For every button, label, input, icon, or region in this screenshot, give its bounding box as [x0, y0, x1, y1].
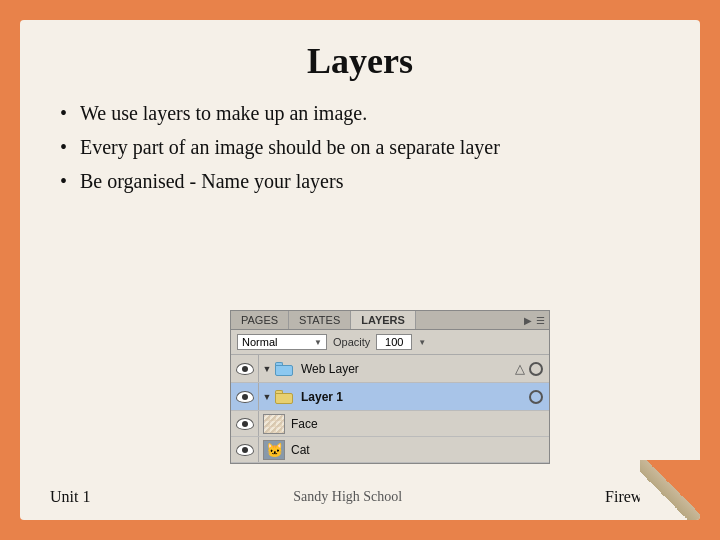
panel-toolbar: Normal ▼ Opacity 100 ▼: [231, 330, 549, 355]
panel-forward-icon: ▶: [524, 315, 532, 326]
opacity-value[interactable]: 100: [376, 334, 412, 350]
tab-states[interactable]: STATES: [289, 311, 351, 329]
folder-body: [275, 365, 293, 376]
bullet-3: Be organised - Name your layers: [60, 166, 670, 196]
eye-icon-2: [236, 391, 254, 403]
slide-content: We use layers to make up an image. Every…: [50, 98, 670, 196]
panel-tabs: PAGES STATES LAYERS ▶ ☰: [231, 311, 549, 330]
blend-mode-value: Normal: [242, 336, 277, 348]
web-layer-eye[interactable]: [231, 355, 259, 382]
cat-eye-icon: [236, 444, 254, 456]
web-folder-icon: [275, 362, 295, 376]
web-layer-right: △: [515, 361, 549, 376]
layer1-eye[interactable]: [231, 383, 259, 410]
face-eye[interactable]: [231, 411, 259, 436]
panel-menu-icon[interactable]: ☰: [536, 315, 545, 326]
folder-body-2: [275, 393, 293, 404]
web-layer-expand[interactable]: ▼: [259, 364, 275, 374]
blend-mode-arrow: ▼: [314, 338, 322, 347]
footer-center: Sandy High School: [293, 489, 402, 505]
layer1-row[interactable]: ▼ Layer 1: [231, 383, 549, 411]
circle-icon: [529, 362, 543, 376]
cat-sublayer-row[interactable]: 🐱 Cat: [231, 437, 549, 463]
share-icon: △: [515, 361, 525, 376]
tab-spacer: [416, 311, 520, 329]
slide-container: Layers We use layers to make up an image…: [20, 20, 700, 520]
circle-icon-2: [529, 390, 543, 404]
layer1-expand[interactable]: ▼: [259, 392, 275, 402]
eye-icon: [236, 363, 254, 375]
bullet-2: Every part of an image should be on a se…: [60, 132, 670, 162]
face-sublayer-row[interactable]: Face: [231, 411, 549, 437]
layers-panel: PAGES STATES LAYERS ▶ ☰ Normal ▼ Opacity…: [230, 310, 550, 464]
footer-right: Fireworks: [605, 488, 670, 506]
slide-footer: Unit 1 Sandy High School Fireworks: [50, 488, 670, 506]
face-eye-icon: [236, 418, 254, 430]
opacity-arrow: ▼: [418, 338, 426, 347]
layer1-folder-icon: [275, 390, 295, 404]
panel-tab-icons: ▶ ☰: [520, 311, 549, 329]
bullet-1: We use layers to make up an image.: [60, 98, 670, 128]
web-layer-row[interactable]: ▼ Web Layer △: [231, 355, 549, 383]
footer-left: Unit 1: [50, 488, 90, 506]
face-sublayer-name: Face: [291, 417, 318, 431]
layer1-name: Layer 1: [299, 390, 529, 404]
bullet-list: We use layers to make up an image. Every…: [50, 98, 670, 196]
slide-title: Layers: [50, 40, 670, 82]
tab-pages[interactable]: PAGES: [231, 311, 289, 329]
cat-thumbnail: 🐱: [263, 440, 285, 460]
face-thumbnail: [263, 414, 285, 434]
tab-layers[interactable]: LAYERS: [351, 311, 416, 329]
web-layer-name: Web Layer: [299, 362, 515, 376]
cat-eye[interactable]: [231, 437, 259, 462]
cat-sublayer-name: Cat: [291, 443, 310, 457]
opacity-label: Opacity: [333, 336, 370, 348]
layer1-right: [529, 390, 549, 404]
blend-mode-select[interactable]: Normal ▼: [237, 334, 327, 350]
